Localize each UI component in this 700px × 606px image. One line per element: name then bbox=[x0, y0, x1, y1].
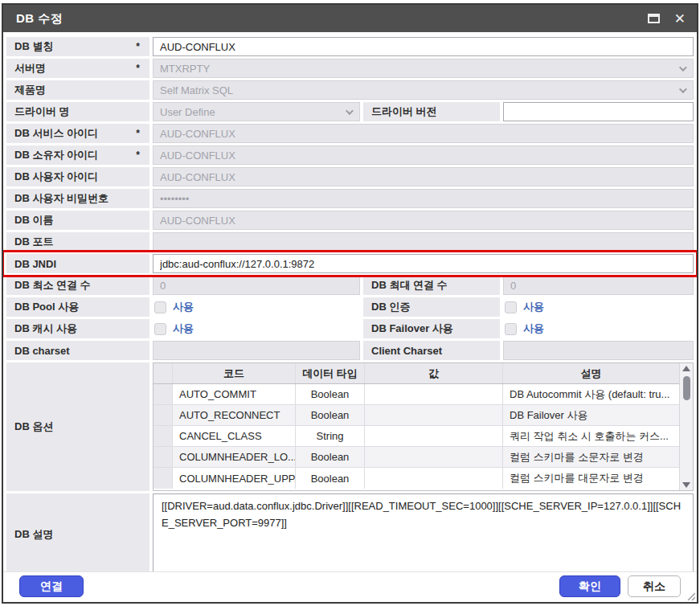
chevron-down-icon bbox=[679, 85, 687, 93]
dialog-footer: 연결 확인 취소 bbox=[3, 571, 697, 602]
required-mark: * bbox=[136, 128, 140, 139]
field-label-db-description: DB 설명 bbox=[6, 493, 149, 571]
field-label-driver-version: 드라이버 버전 bbox=[363, 102, 500, 121]
field-label-product-name: 제품명 bbox=[6, 80, 149, 100]
db-service-id-input[interactable] bbox=[153, 124, 694, 143]
row-db-password: DB 사용자 비밀번호 bbox=[6, 189, 694, 208]
field-label-db-jndi: DB JNDI bbox=[6, 254, 149, 273]
row-selector[interactable] bbox=[154, 426, 173, 446]
row-db-description: DB 설명 [[DRIVER=aud.data.conflux.jdbc.Dri… bbox=[6, 493, 694, 571]
db-edit-dialog: DB 수정 ✕ DB 별칭* 서버명* MTXRPTY 제품명 bbox=[2, 3, 698, 604]
row-db-alias: DB 별칭* bbox=[6, 37, 694, 56]
field-label-driver-name: 드라이버 명 bbox=[6, 102, 149, 121]
field-label-db-failover: DB Failover 사용 bbox=[363, 319, 500, 338]
field-label-db-port: DB 포트 bbox=[6, 232, 149, 252]
table-row[interactable]: AUTO_COMMIT Boolean DB Autocommit 사용 (de… bbox=[154, 384, 679, 405]
chevron-down-icon bbox=[679, 63, 687, 72]
field-label-db-password: DB 사용자 비밀번호 bbox=[6, 189, 149, 208]
field-label-db-auth: DB 인증 bbox=[363, 297, 500, 317]
row-db-user-id: DB 사용자 아이디 bbox=[6, 167, 694, 186]
db-min-conn-input[interactable] bbox=[153, 276, 360, 295]
scroll-down-icon[interactable] bbox=[682, 482, 690, 488]
field-label-db-user-id: DB 사용자 아이디 bbox=[6, 167, 149, 186]
row-product-name: 제품명 Self Matrix SQL bbox=[6, 80, 694, 100]
client-charset-input[interactable] bbox=[503, 341, 694, 360]
field-label-db-charset: DB charset bbox=[6, 341, 149, 360]
maximize-icon[interactable] bbox=[648, 14, 660, 23]
db-charset-input[interactable] bbox=[153, 341, 360, 360]
db-max-conn-input[interactable] bbox=[503, 276, 694, 295]
row-selector-header bbox=[154, 363, 173, 383]
server-name-select[interactable]: MTXRPTY bbox=[153, 59, 694, 78]
table-row[interactable]: COLUMNHEADER_LO... Boolean 컬럼 스키마를 소문자로 … bbox=[154, 447, 679, 468]
table-scrollbar[interactable] bbox=[679, 363, 693, 490]
db-pool-checkbox[interactable] bbox=[154, 301, 166, 313]
column-header-desc[interactable]: 설명 bbox=[503, 363, 679, 383]
field-label-db-options: DB 옵션 bbox=[6, 362, 149, 491]
row-db-connections: DB 최소 연결 수 DB 최대 연결 수 bbox=[6, 276, 694, 295]
row-db-cache-failover: DB 캐시 사용 사용 DB Failover 사용 사용 bbox=[6, 319, 694, 338]
db-auth-checkbox-label: 사용 bbox=[523, 300, 544, 314]
chevron-down-icon bbox=[346, 107, 354, 115]
db-user-id-input[interactable] bbox=[153, 167, 694, 186]
row-db-service-id: DB 서비스 아이디* bbox=[6, 124, 694, 143]
required-mark: * bbox=[136, 41, 140, 52]
field-label-server-name: 서버명* bbox=[6, 59, 149, 78]
db-failover-checkbox-label: 사용 bbox=[523, 321, 544, 336]
row-selector[interactable] bbox=[154, 468, 173, 489]
row-server-name: 서버명* MTXRPTY bbox=[6, 59, 694, 78]
column-header-value[interactable]: 값 bbox=[365, 363, 503, 383]
table-row[interactable]: CANCEL_CLASS String 쿼리 작업 취소 시 호출하는 커스..… bbox=[154, 426, 679, 447]
row-driver: 드라이버 명 User Define 드라이버 버전 bbox=[6, 102, 694, 121]
field-label-db-name: DB 이름 bbox=[6, 211, 149, 230]
field-label-db-max-conn: DB 최대 연결 수 bbox=[363, 276, 500, 295]
db-failover-checkbox[interactable] bbox=[505, 323, 517, 335]
driver-name-select[interactable]: User Define bbox=[153, 102, 360, 121]
db-description-textarea[interactable]: [[DRIVER=aud.data.conflux.jdbc.Driver]][… bbox=[153, 493, 694, 571]
resize-grip[interactable] bbox=[686, 591, 695, 600]
dialog-body: DB 별칭* 서버명* MTXRPTY 제품명 Self Matrix SQL bbox=[3, 32, 697, 571]
row-charset: DB charset Client Charset bbox=[6, 341, 694, 360]
cancel-button[interactable]: 취소 bbox=[628, 575, 681, 597]
db-password-input[interactable] bbox=[153, 189, 694, 208]
dialog-titlebar[interactable]: DB 수정 ✕ bbox=[3, 5, 697, 32]
row-selector[interactable] bbox=[154, 384, 173, 404]
db-name-input[interactable] bbox=[153, 211, 694, 230]
connect-button[interactable]: 연결 bbox=[19, 575, 84, 597]
db-options-table: 코드 데이터 타입 값 설명 AUTO_COMMIT Boolean DB Au… bbox=[153, 362, 694, 491]
db-cache-checkbox[interactable] bbox=[154, 323, 166, 335]
dialog-title: DB 수정 bbox=[16, 11, 63, 27]
field-label-db-alias: DB 별칭* bbox=[6, 37, 149, 56]
field-label-db-pool: DB Pool 사용 bbox=[6, 297, 149, 317]
driver-version-input[interactable] bbox=[503, 102, 694, 121]
db-jndi-input[interactable] bbox=[153, 254, 694, 273]
row-db-owner-id: DB 소유자 아이디* bbox=[6, 145, 694, 165]
required-mark: * bbox=[136, 149, 140, 161]
required-mark: * bbox=[136, 63, 140, 74]
product-name-select[interactable]: Self Matrix SQL bbox=[153, 80, 694, 100]
field-label-client-charset: Client Charset bbox=[363, 341, 500, 360]
field-label-db-owner-id: DB 소유자 아이디* bbox=[6, 145, 149, 165]
db-owner-id-input[interactable] bbox=[153, 145, 694, 165]
scrollbar-thumb[interactable] bbox=[683, 376, 690, 400]
db-cache-checkbox-label: 사용 bbox=[173, 321, 194, 336]
db-alias-input[interactable] bbox=[153, 37, 694, 56]
screen: DB 수정 ✕ DB 별칭* 서버명* MTXRPTY 제품명 bbox=[0, 0, 700, 606]
scroll-up-icon[interactable] bbox=[682, 366, 690, 371]
row-db-jndi: DB JNDI bbox=[6, 254, 694, 273]
close-icon[interactable]: ✕ bbox=[674, 12, 686, 26]
row-db-options: DB 옵션 코드 데이터 타입 값 설명 AUTO_COMMIT bbox=[6, 362, 694, 491]
row-db-port: DB 포트 bbox=[6, 232, 694, 252]
db-auth-checkbox[interactable] bbox=[505, 301, 517, 313]
column-header-type[interactable]: 데이터 타입 bbox=[296, 363, 365, 383]
table-header-row: 코드 데이터 타입 값 설명 bbox=[154, 363, 679, 384]
db-port-input[interactable] bbox=[153, 232, 694, 252]
column-header-code[interactable]: 코드 bbox=[173, 363, 296, 383]
db-pool-checkbox-label: 사용 bbox=[173, 300, 194, 314]
table-row[interactable]: COLUMNHEADER_UPP... Boolean 컬럼 스키마를 대문자로… bbox=[154, 468, 679, 489]
table-row[interactable]: AUTO_RECONNECT Boolean DB Failover 사용 bbox=[154, 405, 679, 426]
ok-button[interactable]: 확인 bbox=[559, 575, 620, 597]
row-selector[interactable] bbox=[154, 447, 173, 467]
field-label-db-cache: DB 캐시 사용 bbox=[6, 319, 149, 338]
row-selector[interactable] bbox=[154, 405, 173, 425]
